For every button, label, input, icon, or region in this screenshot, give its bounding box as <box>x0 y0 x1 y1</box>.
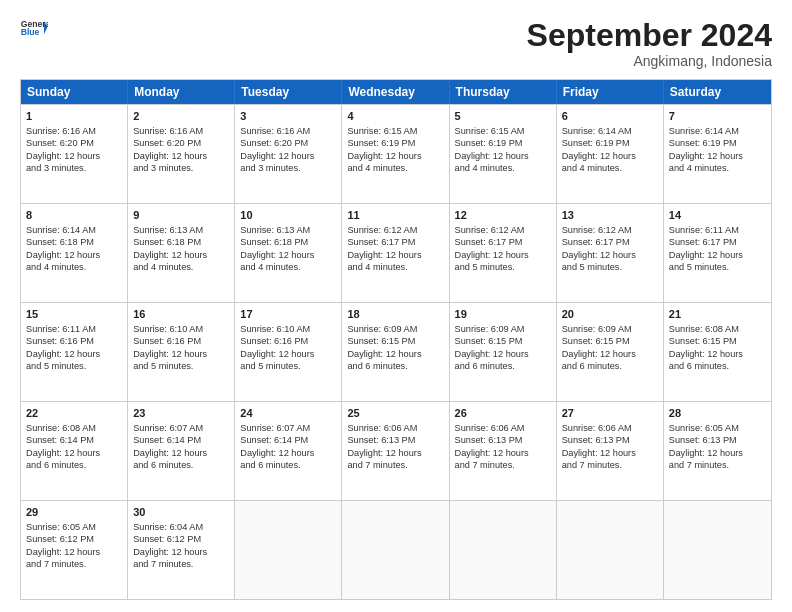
table-row: 15 Sunrise: 6:11 AMSunset: 6:16 PMDaylig… <box>21 303 128 401</box>
month-title: September 2024 <box>527 18 772 53</box>
table-row: 4 Sunrise: 6:15 AMSunset: 6:19 PMDayligh… <box>342 105 449 203</box>
table-row <box>450 501 557 599</box>
header-monday: Monday <box>128 80 235 104</box>
table-row: 2 Sunrise: 6:16 AMSunset: 6:20 PMDayligh… <box>128 105 235 203</box>
header-saturday: Saturday <box>664 80 771 104</box>
header-tuesday: Tuesday <box>235 80 342 104</box>
table-row: 10 Sunrise: 6:13 AMSunset: 6:18 PMDaylig… <box>235 204 342 302</box>
header: General Blue September 2024 Angkimang, I… <box>20 18 772 69</box>
cal-row-1: 1 Sunrise: 6:16 AMSunset: 6:20 PMDayligh… <box>21 104 771 203</box>
cal-row-3: 15 Sunrise: 6:11 AMSunset: 6:16 PMDaylig… <box>21 302 771 401</box>
table-row: 17 Sunrise: 6:10 AMSunset: 6:16 PMDaylig… <box>235 303 342 401</box>
header-friday: Friday <box>557 80 664 104</box>
logo: General Blue <box>20 18 48 38</box>
table-row: 3 Sunrise: 6:16 AMSunset: 6:20 PMDayligh… <box>235 105 342 203</box>
table-row: 25 Sunrise: 6:06 AMSunset: 6:13 PMDaylig… <box>342 402 449 500</box>
logo-icon: General Blue <box>20 18 48 38</box>
table-row <box>235 501 342 599</box>
table-row: 27 Sunrise: 6:06 AMSunset: 6:13 PMDaylig… <box>557 402 664 500</box>
table-row: 30 Sunrise: 6:04 AMSunset: 6:12 PMDaylig… <box>128 501 235 599</box>
table-row: 21 Sunrise: 6:08 AMSunset: 6:15 PMDaylig… <box>664 303 771 401</box>
table-row: 23 Sunrise: 6:07 AMSunset: 6:14 PMDaylig… <box>128 402 235 500</box>
table-row: 16 Sunrise: 6:10 AMSunset: 6:16 PMDaylig… <box>128 303 235 401</box>
header-thursday: Thursday <box>450 80 557 104</box>
table-row: 6 Sunrise: 6:14 AMSunset: 6:19 PMDayligh… <box>557 105 664 203</box>
header-sunday: Sunday <box>21 80 128 104</box>
table-row: 14 Sunrise: 6:11 AMSunset: 6:17 PMDaylig… <box>664 204 771 302</box>
table-row: 9 Sunrise: 6:13 AMSunset: 6:18 PMDayligh… <box>128 204 235 302</box>
table-row: 29 Sunrise: 6:05 AMSunset: 6:12 PMDaylig… <box>21 501 128 599</box>
cal-row-4: 22 Sunrise: 6:08 AMSunset: 6:14 PMDaylig… <box>21 401 771 500</box>
location: Angkimang, Indonesia <box>527 53 772 69</box>
calendar-header: Sunday Monday Tuesday Wednesday Thursday… <box>21 80 771 104</box>
table-row: 22 Sunrise: 6:08 AMSunset: 6:14 PMDaylig… <box>21 402 128 500</box>
table-row <box>664 501 771 599</box>
table-row: 24 Sunrise: 6:07 AMSunset: 6:14 PMDaylig… <box>235 402 342 500</box>
table-row <box>557 501 664 599</box>
calendar: Sunday Monday Tuesday Wednesday Thursday… <box>20 79 772 600</box>
page: General Blue September 2024 Angkimang, I… <box>0 0 792 612</box>
table-row: 12 Sunrise: 6:12 AMSunset: 6:17 PMDaylig… <box>450 204 557 302</box>
table-row: 20 Sunrise: 6:09 AMSunset: 6:15 PMDaylig… <box>557 303 664 401</box>
table-row: 26 Sunrise: 6:06 AMSunset: 6:13 PMDaylig… <box>450 402 557 500</box>
cal-row-5: 29 Sunrise: 6:05 AMSunset: 6:12 PMDaylig… <box>21 500 771 599</box>
table-row: 1 Sunrise: 6:16 AMSunset: 6:20 PMDayligh… <box>21 105 128 203</box>
calendar-body: 1 Sunrise: 6:16 AMSunset: 6:20 PMDayligh… <box>21 104 771 599</box>
title-block: September 2024 Angkimang, Indonesia <box>527 18 772 69</box>
table-row: 18 Sunrise: 6:09 AMSunset: 6:15 PMDaylig… <box>342 303 449 401</box>
table-row <box>342 501 449 599</box>
table-row: 5 Sunrise: 6:15 AMSunset: 6:19 PMDayligh… <box>450 105 557 203</box>
table-row: 8 Sunrise: 6:14 AMSunset: 6:18 PMDayligh… <box>21 204 128 302</box>
table-row: 7 Sunrise: 6:14 AMSunset: 6:19 PMDayligh… <box>664 105 771 203</box>
table-row: 11 Sunrise: 6:12 AMSunset: 6:17 PMDaylig… <box>342 204 449 302</box>
svg-text:Blue: Blue <box>21 27 40 37</box>
table-row: 28 Sunrise: 6:05 AMSunset: 6:13 PMDaylig… <box>664 402 771 500</box>
table-row: 19 Sunrise: 6:09 AMSunset: 6:15 PMDaylig… <box>450 303 557 401</box>
cal-row-2: 8 Sunrise: 6:14 AMSunset: 6:18 PMDayligh… <box>21 203 771 302</box>
header-wednesday: Wednesday <box>342 80 449 104</box>
table-row: 13 Sunrise: 6:12 AMSunset: 6:17 PMDaylig… <box>557 204 664 302</box>
